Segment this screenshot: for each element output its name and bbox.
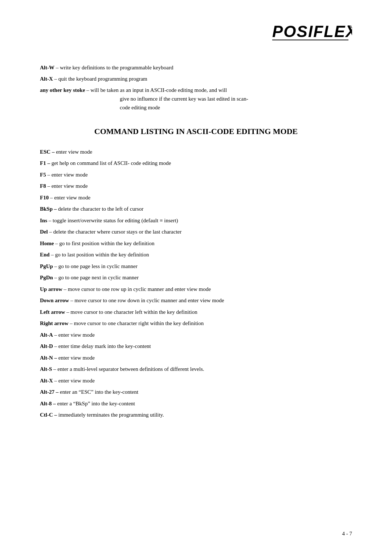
alt-x-line: Alt-X – quit the keyboard programming pr… [40,75,352,83]
posiflex-logo: POSIFLEX TM [272,22,352,42]
cmd-right-arrow: Right arrow – move cursor to one charact… [40,319,352,328]
cmd-f5: F5 – enter view mode [40,171,352,179]
intro-section: Alt-W – write key definitions to the pro… [40,64,352,112]
cmd-alt-n: Alt-N – enter view mode [40,354,352,362]
cmd-down-arrow: Down arrow – move cursor to one row down… [40,296,352,305]
cmd-bksp: BkSp – delete the character to the left … [40,205,352,213]
cmd-alt-d: Alt-D – enter time delay mark into the k… [40,342,352,351]
cmd-left-arrow: Left arrow – move cursor to one characte… [40,308,352,316]
cmd-home: Home – go to first position within the k… [40,239,352,248]
cmd-end: End – go to last position within the key… [40,251,352,259]
cmd-f8: F8 – enter view mode [40,182,352,190]
cmd-alt-27: Alt-27 – enter an “ESC” into the key-con… [40,388,352,396]
cmd-alt-s: Alt-S – enter a multi-level separator be… [40,365,352,373]
page: POSIFLEX TM Alt-W – write key definition… [0,0,392,555]
cmd-f1: F1 – get help on command list of ASCII- … [40,159,352,167]
cmd-up-arrow: Up arrow – move cursor to one row up in … [40,285,352,293]
any-key-block: any other key stoke – will be taken as a… [40,86,352,112]
command-list: ESC – enter view mode F1 – get help on c… [40,148,352,419]
page-number: 4 - 7 [342,531,352,537]
svg-text:POSIFLEX: POSIFLEX [272,23,352,40]
logo-area: POSIFLEX TM [40,22,352,42]
cmd-pgup: PgUp – go to one page less in cyclic man… [40,262,352,271]
cmd-alt-a: Alt-A – enter view mode [40,331,352,339]
cmd-f10: F10 – enter view mode [40,194,352,202]
cmd-ins: Ins – toggle insert/overwrite status for… [40,216,352,225]
cmd-del: Del – delete the character where cursor … [40,228,352,236]
cmd-esc: ESC – enter view mode [40,148,352,156]
section-title: COMMAND LISTING IN ASCII-CODE EDITING MO… [40,126,352,137]
cmd-pgdn: PgDn – go to one page next in cyclic man… [40,274,352,282]
cmd-alt-8: Alt-8 – enter a “BkSp” into the key-cont… [40,400,352,408]
svg-text:TM: TM [348,25,352,29]
alt-w-line: Alt-W – write key definitions to the pro… [40,64,352,72]
cmd-ctl-c: Ctl-C – immediately terminates the progr… [40,411,352,419]
cmd-alt-x: Alt-X – enter view mode [40,377,352,385]
